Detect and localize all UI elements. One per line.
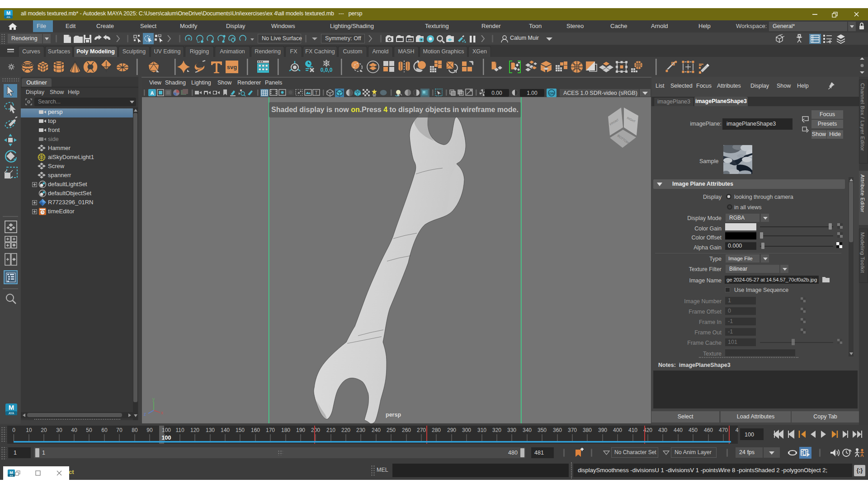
svg-text:170: 170	[266, 427, 275, 433]
svg-text:ACES 1.0 SDR-video (sRGB): ACES 1.0 SDR-video (sRGB)	[563, 90, 637, 96]
svg-text:Hammer: Hammer	[48, 145, 71, 151]
svg-text:210: 210	[326, 427, 335, 433]
svg-text:160: 160	[251, 427, 260, 433]
svg-text:140: 140	[221, 427, 230, 433]
svg-text:50: 50	[86, 427, 92, 433]
svg-text:M: M	[9, 404, 14, 411]
svg-text:aiSkyDomeLight1: aiSkyDomeLight1	[48, 154, 94, 160]
svg-text:IPR: IPR	[408, 38, 412, 41]
svg-text:x: x	[439, 40, 441, 43]
svg-text:180: 180	[281, 427, 290, 433]
svg-text:persp: persp	[48, 108, 63, 115]
svg-text:M: M	[6, 10, 10, 16]
svg-text:310: 310	[477, 427, 486, 433]
svg-text:1.00: 1.00	[527, 90, 538, 96]
svg-text:ON: ON	[549, 91, 554, 95]
svg-text:top: top	[48, 117, 56, 124]
svg-text:250: 250	[387, 427, 396, 433]
svg-text:side: side	[48, 136, 59, 142]
svg-text:360: 360	[553, 427, 562, 433]
svg-text:260: 260	[402, 427, 411, 433]
svg-text:130: 130	[206, 427, 215, 433]
svg-text:spannerr: spannerr	[48, 172, 71, 178]
svg-text:60: 60	[101, 427, 108, 433]
svg-text:200: 200	[311, 427, 320, 433]
svg-text:100: 100	[162, 427, 171, 433]
svg-text:90: 90	[146, 427, 153, 433]
svg-text:220: 220	[341, 427, 350, 433]
svg-text:440: 440	[674, 427, 683, 433]
svg-text:AYA: AYA	[10, 475, 13, 477]
svg-text:y: y	[152, 397, 155, 402]
svg-text:290: 290	[447, 427, 456, 433]
svg-text:z: z	[144, 412, 146, 417]
svg-text:300: 300	[462, 427, 471, 433]
svg-text:340: 340	[523, 427, 532, 433]
svg-text:AYA: AYA	[7, 16, 10, 19]
svg-text:350: 350	[538, 427, 547, 433]
svg-text:30: 30	[56, 427, 62, 433]
svg-text:470: 470	[719, 427, 728, 433]
svg-text:370: 370	[568, 427, 577, 433]
svg-text:Screw: Screw	[48, 163, 65, 169]
svg-text:R7723296_01RN: R7723296_01RN	[48, 199, 93, 206]
svg-text:430: 430	[658, 427, 667, 433]
svg-text:390: 390	[598, 427, 607, 433]
svg-text:defaultObjectSet: defaultObjectSet	[48, 190, 92, 197]
svg-text:x: x	[161, 410, 163, 415]
svg-text:20: 20	[41, 427, 47, 433]
svg-text:40: 40	[71, 427, 77, 433]
svg-text:80: 80	[132, 427, 138, 433]
svg-text:190: 190	[296, 427, 305, 433]
svg-text:150: 150	[236, 427, 245, 433]
svg-text:120: 120	[190, 427, 199, 433]
svg-text:M: M	[9, 470, 13, 475]
svg-text:defaultLightSet: defaultLightSet	[48, 181, 87, 188]
svg-text:0.00: 0.00	[491, 90, 502, 96]
svg-text:70: 70	[116, 427, 123, 433]
svg-text:450: 450	[689, 427, 698, 433]
svg-text:A: A	[151, 90, 154, 96]
svg-text:110: 110	[175, 427, 184, 433]
svg-text:320: 320	[492, 427, 501, 433]
svg-text:400: 400	[613, 427, 622, 433]
svg-text:0: 0	[12, 427, 15, 433]
svg-text:330: 330	[507, 427, 516, 433]
svg-text:230: 230	[356, 427, 365, 433]
svg-text:240: 240	[372, 427, 381, 433]
svg-text:10: 10	[26, 427, 32, 433]
svg-text:AYA: AYA	[9, 412, 14, 415]
svg-text:T: T	[315, 90, 317, 95]
svg-text:100: 100	[745, 432, 754, 438]
svg-text:4: 4	[736, 427, 739, 433]
svg-text:460: 460	[704, 427, 713, 433]
svg-text:timeEditor: timeEditor	[48, 208, 75, 215]
svg-text:100: 100	[162, 435, 171, 441]
svg-text:persp: persp	[386, 412, 401, 418]
svg-text:380: 380	[583, 427, 592, 433]
svg-text:front: front	[48, 127, 60, 133]
svg-text:280: 280	[432, 427, 441, 433]
svg-text:410: 410	[628, 427, 637, 433]
svg-text:270: 270	[417, 427, 426, 433]
